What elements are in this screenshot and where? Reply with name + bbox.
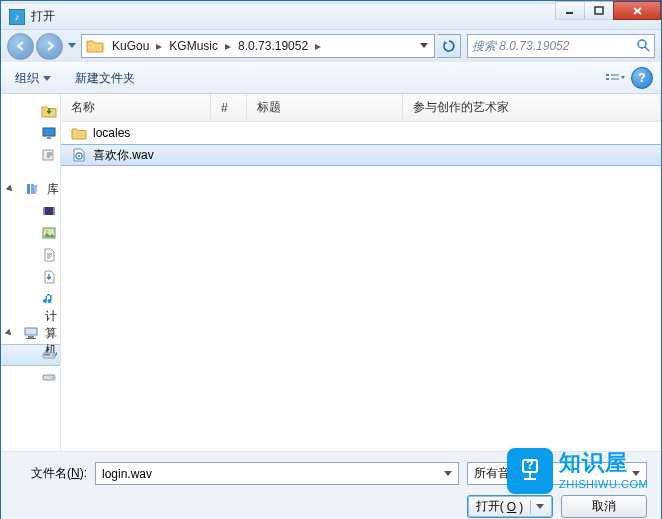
forward-button[interactable] <box>36 33 63 60</box>
tree-desktop[interactable]: 桌面 <box>1 122 60 144</box>
column-number[interactable]: # <box>211 94 247 121</box>
svg-rect-21 <box>26 338 36 339</box>
svg-rect-23 <box>44 354 50 356</box>
maximize-button[interactable] <box>584 1 614 20</box>
filename-label: 文件名(N): <box>15 465 87 482</box>
column-title[interactable]: 标题 <box>247 94 403 121</box>
search-input[interactable]: 搜索 8.0.73.19052 <box>467 34 655 58</box>
music-icon <box>41 291 57 307</box>
audio-file-icon <box>71 147 87 163</box>
recent-icon <box>41 147 57 163</box>
chevron-right-icon[interactable]: ▸ <box>153 39 165 53</box>
svg-point-28 <box>78 155 80 157</box>
pictures-icon <box>41 225 57 241</box>
folder-icon <box>71 125 87 141</box>
tree-pictures[interactable]: 图片 <box>1 222 60 244</box>
toolbar: 组织 新建文件夹 ? <box>1 62 661 94</box>
svg-rect-16 <box>53 207 55 215</box>
collapse-icon[interactable] <box>5 328 14 339</box>
svg-rect-7 <box>611 78 619 80</box>
cancel-button[interactable]: 取消 <box>561 495 647 518</box>
library-icon <box>25 181 41 197</box>
xunlei-icon <box>41 269 57 285</box>
svg-rect-19 <box>25 328 37 335</box>
chevron-down-icon[interactable] <box>440 471 456 476</box>
svg-point-2 <box>638 40 646 48</box>
back-button[interactable] <box>7 33 34 60</box>
download-icon <box>41 103 57 119</box>
filename-input[interactable]: login.wav <box>95 462 459 485</box>
open-button[interactable]: 打开(O) <box>467 495 553 518</box>
drive-icon <box>41 347 57 363</box>
close-button[interactable] <box>613 1 661 20</box>
chevron-right-icon[interactable]: ▸ <box>312 39 324 53</box>
documents-icon <box>41 247 57 263</box>
file-list-pane: 名称 # 标题 参与创作的艺术家 locales 喜欢你.wav <box>61 94 661 451</box>
svg-rect-5 <box>606 78 609 80</box>
svg-rect-8 <box>43 128 55 136</box>
breadcrumb-item[interactable]: KGMusic <box>165 35 222 57</box>
dialog-footer: 文件名(N): login.wav 所有音频文件 打开(O) 取消 <box>1 451 661 519</box>
tree-documents[interactable]: 文档 <box>1 244 60 266</box>
minimize-button[interactable] <box>555 1 585 20</box>
address-dropdown[interactable] <box>414 35 432 57</box>
svg-line-3 <box>645 47 649 51</box>
tree-xunlei[interactable]: 迅雷下载 <box>1 266 60 288</box>
nav-row: KuGou ▸ KGMusic ▸ 8.0.73.19052 ▸ 搜索 8.0.… <box>1 30 661 62</box>
file-open-dialog: ♪ 打开 KuGou ▸ KGMusic <box>0 0 662 519</box>
organize-menu[interactable]: 组织 <box>9 67 57 90</box>
address-bar[interactable]: KuGou ▸ KGMusic ▸ 8.0.73.19052 ▸ <box>81 34 435 58</box>
navigation-tree[interactable]: 下载 桌面 最近访问的位置 库 视频 图片 <box>1 94 61 451</box>
column-name[interactable]: 名称 <box>61 94 211 121</box>
view-options-button[interactable] <box>601 67 629 89</box>
file-list[interactable]: locales 喜欢你.wav <box>61 122 661 451</box>
list-item-folder[interactable]: locales <box>61 122 661 144</box>
chevron-down-icon <box>536 504 544 509</box>
svg-rect-15 <box>43 207 45 215</box>
svg-rect-11 <box>27 184 30 194</box>
chevron-down-icon[interactable] <box>628 471 644 476</box>
tree-libraries[interactable]: 库 <box>1 178 60 200</box>
svg-rect-6 <box>611 74 619 76</box>
video-icon <box>41 203 57 219</box>
svg-rect-9 <box>47 137 51 139</box>
chevron-down-icon <box>43 76 51 81</box>
computer-icon <box>23 325 39 341</box>
svg-rect-1 <box>595 7 603 14</box>
svg-point-24 <box>52 355 54 357</box>
list-item-file[interactable]: 喜欢你.wav <box>61 144 661 166</box>
help-button[interactable]: ? <box>631 67 653 89</box>
chevron-right-icon[interactable]: ▸ <box>222 39 234 53</box>
titlebar: ♪ 打开 <box>1 4 661 30</box>
tree-drive-c[interactable]: 本地磁盘 (C:) <box>1 344 60 366</box>
tree-downloads[interactable]: 下载 <box>1 100 60 122</box>
svg-rect-4 <box>606 74 609 76</box>
nav-history-dropdown[interactable] <box>65 36 79 56</box>
tree-drive-d[interactable]: 本地磁盘 (D:) <box>1 366 60 388</box>
new-folder-button[interactable]: 新建文件夹 <box>69 67 141 90</box>
breadcrumb-item[interactable]: 8.0.73.19052 <box>234 35 312 57</box>
search-placeholder: 搜索 8.0.73.19052 <box>472 38 569 55</box>
desktop-icon <box>41 125 57 141</box>
column-headers: 名称 # 标题 参与创作的艺术家 <box>61 94 661 122</box>
collapse-icon[interactable] <box>5 184 16 195</box>
drive-icon <box>41 369 57 385</box>
svg-rect-20 <box>28 336 34 338</box>
app-icon: ♪ <box>9 9 25 25</box>
window-title: 打开 <box>31 8 55 25</box>
file-type-filter[interactable]: 所有音频文件 <box>467 462 647 485</box>
tree-videos[interactable]: 视频 <box>1 200 60 222</box>
search-icon <box>636 38 650 55</box>
column-artist[interactable]: 参与创作的艺术家 <box>403 94 661 121</box>
tree-recent[interactable]: 最近访问的位置 <box>1 144 60 166</box>
svg-point-18 <box>46 230 49 233</box>
refresh-button[interactable] <box>437 34 461 58</box>
folder-icon <box>86 38 104 54</box>
breadcrumb-item[interactable]: KuGou <box>108 35 153 57</box>
tree-computer[interactable]: 计算机 <box>1 322 60 344</box>
svg-point-26 <box>52 377 54 379</box>
